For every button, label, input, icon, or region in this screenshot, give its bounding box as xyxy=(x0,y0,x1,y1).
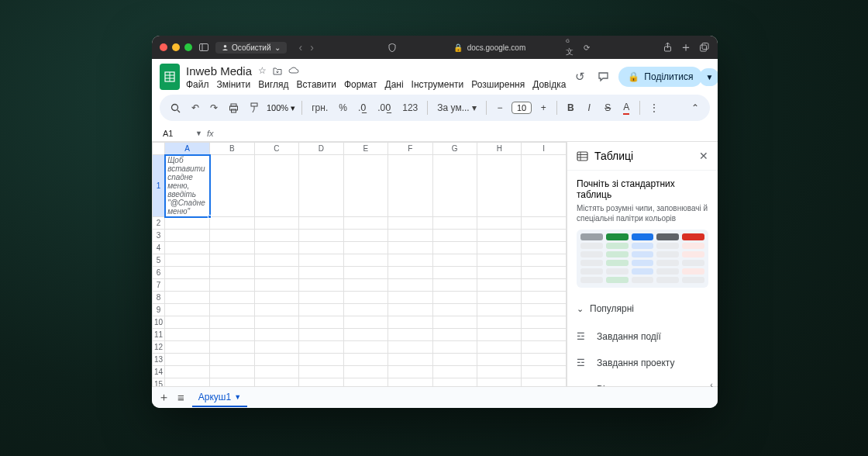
cell[interactable] xyxy=(432,304,477,316)
cell[interactable] xyxy=(343,292,388,304)
cloud-status-icon[interactable] xyxy=(288,67,299,74)
menu-format[interactable]: Формат xyxy=(344,79,377,90)
menu-edit[interactable]: Змінити xyxy=(217,79,251,90)
cell[interactable] xyxy=(299,378,343,387)
sidebar-toggle-icon[interactable] xyxy=(198,42,209,53)
increase-font-button[interactable]: + xyxy=(536,99,550,116)
text-color-button[interactable]: A xyxy=(619,98,633,118)
cell[interactable] xyxy=(299,366,343,378)
cell[interactable] xyxy=(343,304,388,316)
menu-tools[interactable]: Інструменти xyxy=(412,79,464,90)
cell[interactable] xyxy=(477,155,522,217)
cell[interactable] xyxy=(165,304,210,316)
table-preview[interactable] xyxy=(577,230,708,288)
cell[interactable] xyxy=(299,217,343,230)
cell[interactable] xyxy=(254,316,298,329)
cell[interactable] xyxy=(299,292,343,304)
currency-button[interactable]: грн. xyxy=(308,99,331,116)
cell[interactable] xyxy=(165,242,210,254)
cell[interactable] xyxy=(477,366,522,378)
cell[interactable] xyxy=(299,304,343,316)
zoom-select[interactable]: 100% ▾ xyxy=(267,103,295,113)
move-icon[interactable] xyxy=(273,67,282,75)
cell[interactable] xyxy=(388,254,432,267)
cell[interactable] xyxy=(165,366,210,378)
cell[interactable] xyxy=(432,354,477,366)
cell[interactable] xyxy=(477,329,522,341)
cell[interactable] xyxy=(388,217,432,230)
share-dropdown[interactable]: ▼ xyxy=(699,68,718,86)
cell-A1[interactable]: Щоб вставити спадне меню, введіть "@Спад… xyxy=(165,155,210,217)
cell[interactable] xyxy=(210,267,254,279)
redo-button[interactable]: ↷ xyxy=(207,99,221,116)
cell[interactable] xyxy=(165,378,210,387)
cell[interactable] xyxy=(254,267,298,279)
cell[interactable] xyxy=(299,230,343,242)
cell[interactable] xyxy=(522,242,567,254)
all-sheets-button[interactable]: ≡ xyxy=(177,391,184,404)
reload-icon[interactable]: ⟳ xyxy=(581,42,592,53)
cell[interactable] xyxy=(254,155,298,217)
cell[interactable] xyxy=(165,354,210,366)
forward-button[interactable]: › xyxy=(307,41,317,54)
profile-chip[interactable]: Особистий ⌄ xyxy=(215,42,287,54)
cell[interactable] xyxy=(477,230,522,242)
cell[interactable] xyxy=(299,279,343,292)
cell[interactable] xyxy=(210,378,254,387)
share-icon-browser[interactable] xyxy=(662,42,673,53)
cell[interactable] xyxy=(254,304,298,316)
cell[interactable] xyxy=(477,354,522,366)
cell[interactable] xyxy=(477,279,522,292)
cell[interactable] xyxy=(388,378,432,387)
cell[interactable] xyxy=(165,279,210,292)
cell[interactable] xyxy=(254,329,298,341)
cell[interactable] xyxy=(254,279,298,292)
bold-button[interactable]: B xyxy=(563,99,577,116)
decrease-font-button[interactable]: − xyxy=(493,99,507,116)
cell[interactable] xyxy=(343,230,388,242)
cell[interactable] xyxy=(165,267,210,279)
cell[interactable] xyxy=(165,230,210,242)
cell[interactable] xyxy=(522,378,567,387)
search-menus-icon[interactable] xyxy=(167,100,184,116)
collapse-toolbar-button[interactable]: ⌃ xyxy=(688,99,702,116)
cell[interactable] xyxy=(388,230,432,242)
cell[interactable] xyxy=(432,217,477,230)
cell[interactable] xyxy=(522,267,567,279)
cell[interactable] xyxy=(432,378,477,387)
cell[interactable] xyxy=(299,316,343,329)
new-tab-icon[interactable]: ＋ xyxy=(680,42,691,53)
cell[interactable] xyxy=(299,155,343,217)
add-sheet-button[interactable]: ＋ xyxy=(158,390,170,405)
cell[interactable] xyxy=(210,155,254,217)
cell[interactable] xyxy=(210,304,254,316)
percent-button[interactable]: % xyxy=(336,99,350,116)
cell[interactable] xyxy=(477,316,522,329)
cell[interactable] xyxy=(522,366,567,378)
sheet-tab-menu[interactable]: ▼ xyxy=(234,393,241,401)
cell[interactable] xyxy=(210,341,254,354)
number-format-button[interactable]: 123 xyxy=(399,99,421,116)
cell[interactable] xyxy=(522,155,567,217)
cell[interactable] xyxy=(388,242,432,254)
cell[interactable] xyxy=(299,254,343,267)
cell[interactable] xyxy=(432,267,477,279)
cell[interactable] xyxy=(254,354,298,366)
cell[interactable] xyxy=(210,279,254,292)
cell[interactable] xyxy=(432,155,477,217)
cell[interactable] xyxy=(210,354,254,366)
url-text[interactable]: docs.google.com xyxy=(467,43,526,52)
cell[interactable] xyxy=(522,354,567,366)
cell[interactable] xyxy=(432,316,477,329)
menu-extensions[interactable]: Розширення xyxy=(471,79,525,90)
decrease-decimal-button[interactable]: .0̲ xyxy=(355,99,370,116)
cell[interactable] xyxy=(388,366,432,378)
history-icon[interactable]: ↺ xyxy=(572,67,588,87)
maximize-window-button[interactable] xyxy=(184,43,192,51)
cell[interactable] xyxy=(522,304,567,316)
cell[interactable] xyxy=(343,366,388,378)
cell[interactable] xyxy=(299,354,343,366)
undo-button[interactable]: ↶ xyxy=(188,99,202,116)
name-box-dropdown[interactable]: ▼ xyxy=(195,130,202,137)
cell[interactable] xyxy=(343,316,388,329)
